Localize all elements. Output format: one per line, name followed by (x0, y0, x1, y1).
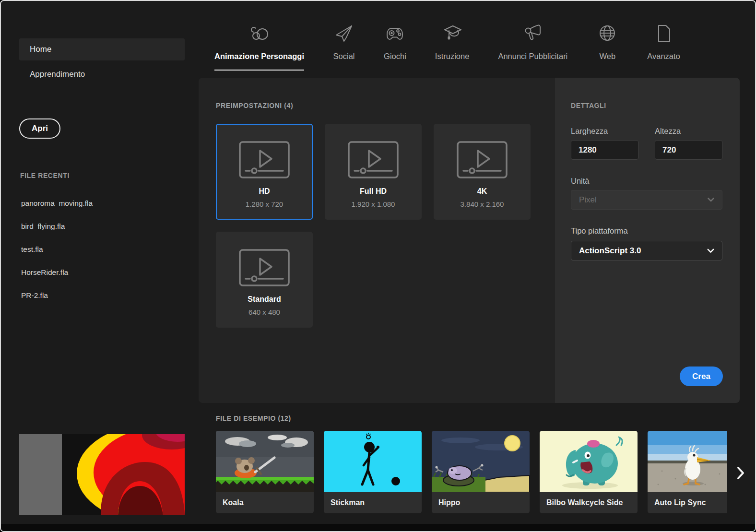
chevron-down-icon (708, 198, 714, 202)
height-input[interactable] (655, 140, 722, 160)
sample-label: Koala (216, 492, 314, 513)
carousel-next-button[interactable] (732, 462, 749, 484)
sample-files-header: FILE DI ESEMPIO (12) (216, 414, 291, 422)
bottom-bar (1, 524, 755, 531)
recent-file[interactable]: panoroma_moving.fla (21, 192, 179, 215)
sidebar-item-learning[interactable]: Apprendimento (19, 63, 185, 85)
sidebar-item-label: Home (30, 45, 51, 54)
sample-label: Hippo (432, 492, 530, 513)
animate-start-screen: Home Apprendimento Apri FILE RECENTI pan… (0, 0, 756, 532)
globe-icon (596, 21, 618, 46)
recent-file[interactable]: HorseRider.fla (21, 261, 179, 284)
tab-label: Giochi (384, 52, 406, 61)
preset-card-4k[interactable]: 4K 3.840 x 2.160 (434, 124, 531, 220)
hippo-thumbnail (432, 431, 530, 492)
tab-character-animation[interactable]: Animazione Personaggi (214, 21, 304, 71)
graduation-cap-icon (441, 21, 463, 46)
details-header: DETTAGLI (571, 102, 606, 109)
sample-card-stickman[interactable]: Stickman (324, 431, 422, 513)
preset-size: 3.840 x 2.160 (461, 200, 504, 208)
height-label: Altezza (655, 127, 681, 136)
category-tabs: Animazione Personaggi Social (214, 21, 680, 71)
sample-label: Auto Lip Sync (648, 492, 727, 513)
sample-label: Bilbo Walkcycle Side (540, 492, 638, 513)
chevron-right-icon (737, 466, 744, 480)
document-icon (653, 21, 675, 46)
recent-file[interactable]: test.fla (21, 238, 179, 261)
unit-dropdown[interactable]: Pixel (571, 190, 722, 210)
recent-file[interactable]: PR-2.fla (21, 284, 179, 307)
tab-label: Avanzato (647, 52, 680, 61)
unit-value: Pixel (579, 195, 597, 205)
tab-label: Web (599, 52, 615, 61)
preset-size: 1.920 x 1.080 (352, 200, 395, 208)
sidebar-item-home[interactable]: Home (19, 38, 185, 60)
width-input[interactable] (571, 140, 638, 160)
tab-label: Social (333, 52, 355, 61)
sample-label: Stickman (324, 492, 422, 513)
screaming-face-image (19, 434, 185, 515)
sample-card-hippo[interactable]: Hippo (432, 431, 530, 513)
tab-games[interactable]: Giochi (384, 21, 406, 71)
open-button[interactable]: Apri (19, 118, 60, 139)
video-preset-icon (238, 248, 291, 287)
character-animation-icon (248, 21, 271, 46)
presets-header: PREIMPOSTAZIONI (4) (216, 102, 293, 109)
tab-web[interactable]: Web (596, 21, 618, 71)
preset-grid: HD 1.280 x 720 Full HD 1.920 x 1.080 (216, 124, 547, 328)
platform-value: ActionScript 3.0 (579, 246, 641, 256)
recent-file[interactable]: bird_flying.fla (21, 215, 179, 238)
tab-ads[interactable]: Annunci Pubblicitari (498, 21, 567, 71)
tab-label: Annunci Pubblicitari (498, 52, 567, 61)
gamepad-icon (384, 21, 406, 46)
tab-advanced[interactable]: Avanzato (647, 21, 680, 71)
recent-files-list: panoroma_moving.fla bird_flying.fla test… (21, 192, 179, 307)
recent-files-header: FILE RECENTI (20, 172, 70, 179)
koala-thumbnail (216, 431, 314, 492)
preset-name: HD (259, 187, 270, 196)
tab-social[interactable]: Social (333, 21, 355, 71)
tab-label: Istruzione (435, 52, 470, 61)
video-preset-icon (456, 140, 508, 179)
video-preset-icon (238, 140, 291, 179)
bilbo-thumbnail (540, 431, 638, 492)
auto-lip-sync-thumbnail (648, 431, 727, 492)
preset-name: Full HD (360, 187, 387, 196)
sample-card-bilbo[interactable]: Bilbo Walkcycle Side (540, 431, 638, 513)
tab-education[interactable]: Istruzione (435, 21, 470, 71)
megaphone-icon (522, 21, 544, 46)
sample-files-carousel: Koala Stickman (216, 431, 727, 515)
preset-size: 640 x 480 (248, 308, 280, 316)
details-panel: DETTAGLI Larghezza Altezza Unità Pixel T… (555, 78, 740, 403)
preset-card-standard[interactable]: Standard 640 x 480 (216, 232, 313, 328)
platform-dropdown[interactable]: ActionScript 3.0 (571, 241, 722, 260)
preset-card-full-hd[interactable]: Full HD 1.920 x 1.080 (325, 124, 422, 220)
tab-label: Animazione Personaggi (214, 52, 304, 61)
preset-size: 1.280 x 720 (246, 200, 283, 208)
paper-plane-icon (333, 21, 355, 46)
create-button[interactable]: Crea (680, 366, 723, 386)
width-label: Larghezza (571, 127, 608, 136)
chevron-down-icon (707, 248, 714, 253)
preset-card-hd[interactable]: HD 1.280 x 720 (216, 124, 313, 220)
unit-label: Unità (571, 177, 590, 186)
stickman-thumbnail (324, 431, 422, 492)
recent-file-preview-thumbnail[interactable] (19, 434, 185, 515)
platform-label: Tipo piattaforma (571, 226, 628, 236)
video-preset-icon (347, 140, 400, 179)
preset-name: 4K (477, 187, 487, 196)
sidebar-item-label: Apprendimento (30, 70, 85, 79)
sample-card-koala[interactable]: Koala (216, 431, 314, 513)
sample-card-auto-lip-sync[interactable]: Auto Lip Sync (648, 431, 727, 513)
preset-name: Standard (248, 295, 281, 304)
